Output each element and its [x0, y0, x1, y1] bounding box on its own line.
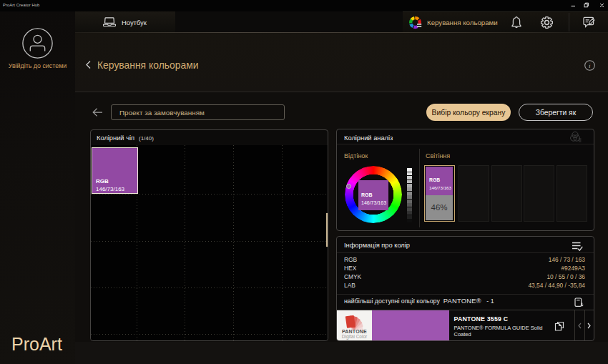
svg-text:i: i: [589, 62, 591, 69]
